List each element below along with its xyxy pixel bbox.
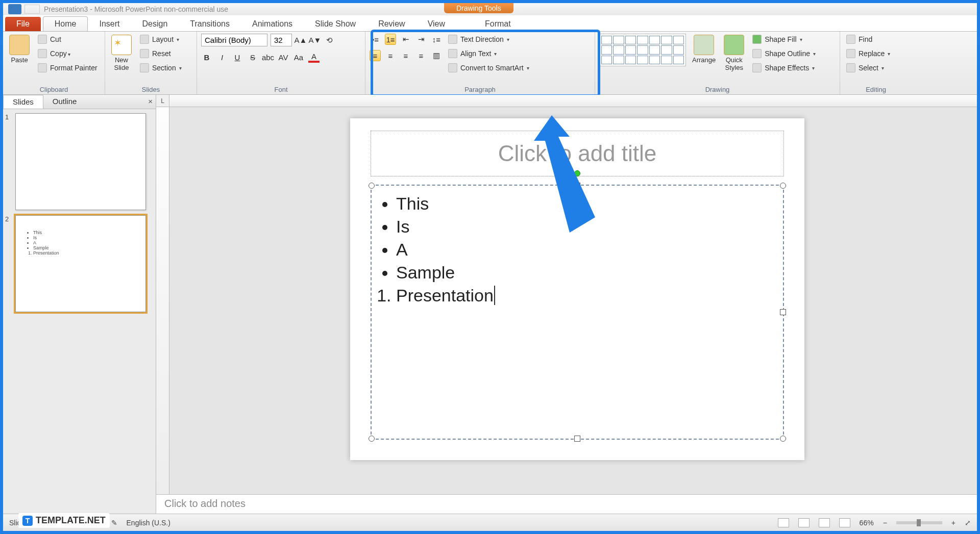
font-color-swatch (308, 61, 320, 63)
change-case-button[interactable]: Aa (293, 52, 304, 63)
slide-thumb-1[interactable]: 1 (5, 113, 154, 210)
align-text-button[interactable]: Align Text (446, 48, 531, 59)
animations-tab[interactable]: Animations (241, 17, 304, 31)
slide-thumb-2[interactable]: 2 This Is A Sample Presentation (5, 215, 154, 312)
columns-button[interactable]: ▥ (431, 50, 442, 61)
bold-button[interactable]: B (201, 52, 212, 63)
convert-smartart-button[interactable]: Convert to SmartArt (446, 62, 531, 73)
shadow-button[interactable]: abc (262, 52, 274, 63)
close-pane-icon[interactable]: × (148, 97, 153, 106)
zoom-out-button[interactable]: − (883, 519, 887, 527)
font-size-combo[interactable] (271, 34, 292, 46)
resize-handle-t[interactable] (574, 183, 580, 189)
align-left-button[interactable]: ≡ (370, 50, 381, 61)
thumbnail-list: 1 2 This Is A Sample Presentation (3, 109, 156, 321)
clear-format-icon[interactable]: ⟲ (324, 35, 335, 46)
insert-tab[interactable]: Insert (88, 17, 131, 31)
underline-button[interactable]: U (232, 52, 243, 63)
title-placeholder[interactable]: Click to add title (371, 131, 784, 176)
review-tab[interactable]: Review (367, 17, 416, 31)
notes-pane[interactable]: Click to add notes (156, 494, 977, 514)
resize-handle-b[interactable] (574, 436, 580, 442)
select-button[interactable]: Select (844, 62, 908, 73)
shapes-gallery[interactable] (599, 34, 686, 66)
paste-button[interactable]: Paste (7, 34, 32, 65)
drawing-group-label: Drawing (599, 85, 836, 93)
slideshow-tab[interactable]: Slide Show (304, 17, 367, 31)
bullet-item[interactable]: Sample (396, 263, 771, 283)
copy-button[interactable]: Copy (36, 48, 100, 59)
paragraph-group: •≡ 1≡ ⇤ ⇥ ↕≡ ≡ ≡ ≡ ≡ ▥ Text Dir (365, 32, 595, 94)
format-painter-button[interactable]: Format Painter (36, 62, 100, 73)
layout-button[interactable]: Layout (138, 34, 184, 45)
find-icon (846, 35, 855, 44)
resize-handle-tr[interactable] (780, 183, 786, 189)
window-title: Presentation3 - Microsoft PowerPoint non… (44, 5, 228, 13)
font-color-button[interactable]: A (308, 52, 320, 63)
format-tab[interactable]: Format (474, 17, 522, 31)
slides-pane-tabs: Slides Outline × (3, 95, 156, 109)
slide[interactable]: Click to add title This Is A Sample (350, 118, 804, 460)
grow-font-icon[interactable]: A▲ (295, 35, 306, 46)
status-language[interactable]: English (U.S.) (127, 519, 170, 527)
resize-handle-br[interactable] (780, 436, 786, 442)
fit-slide-button[interactable]: ⤢ (965, 519, 971, 527)
italic-button[interactable]: I (216, 52, 228, 63)
font-name-combo[interactable] (201, 34, 267, 46)
status-spellcheck-icon[interactable]: ✎ (111, 519, 117, 527)
design-tab[interactable]: Design (131, 17, 179, 31)
shrink-font-icon[interactable]: A▼ (309, 35, 321, 46)
transitions-tab[interactable]: Transitions (179, 17, 241, 31)
strike-button[interactable]: S (247, 52, 258, 63)
bullet-item[interactable]: Is (396, 217, 771, 237)
section-button[interactable]: Section (138, 62, 184, 73)
arrange-button[interactable]: Arrange (690, 34, 718, 65)
zoom-level[interactable]: 66% (860, 519, 874, 527)
bullets-button[interactable]: •≡ (370, 34, 381, 45)
shape-effects-button[interactable]: Shape Effects (750, 62, 818, 73)
align-center-button[interactable]: ≡ (385, 50, 396, 61)
slide-canvas-area: L Click to add title This Is (156, 95, 977, 531)
bullet-item[interactable]: This (396, 194, 771, 214)
smartart-icon (448, 63, 457, 72)
shape-outline-icon (752, 49, 762, 58)
text-direction-icon (448, 35, 457, 44)
find-button[interactable]: Find (844, 34, 908, 45)
home-tab[interactable]: Home (43, 16, 88, 31)
replace-button[interactable]: Replace (844, 48, 908, 59)
text-direction-button[interactable]: Text Direction (446, 34, 531, 45)
quick-styles-button[interactable]: Quick Styles (722, 34, 746, 72)
zoom-in-button[interactable]: + (951, 519, 955, 527)
bullet-item[interactable]: A (396, 240, 771, 260)
shape-fill-button[interactable]: Shape Fill (750, 34, 818, 45)
new-slide-button[interactable]: ✶ New Slide (109, 34, 134, 72)
resize-handle-r[interactable] (780, 309, 786, 315)
normal-view-button[interactable] (778, 518, 789, 527)
zoom-slider[interactable] (896, 521, 942, 524)
view-tab[interactable]: View (416, 17, 456, 31)
reading-view-button[interactable] (819, 518, 830, 527)
resize-handle-bl[interactable] (369, 436, 375, 442)
align-right-button[interactable]: ≡ (400, 50, 411, 61)
resize-handle-tl[interactable] (369, 183, 375, 189)
file-tab[interactable]: File (5, 17, 41, 31)
outline-tab[interactable]: Outline (43, 95, 86, 109)
rotation-handle[interactable] (574, 170, 580, 176)
inc-indent-button[interactable]: ⇥ (415, 34, 427, 45)
slides-group-label: Slides (109, 85, 192, 93)
char-spacing-button[interactable]: AV (278, 52, 289, 63)
slides-tab[interactable]: Slides (3, 95, 43, 109)
slideshow-view-button[interactable] (839, 518, 850, 527)
shape-outline-button[interactable]: Shape Outline (750, 48, 818, 59)
reset-button[interactable]: Reset (138, 48, 184, 59)
template-net-icon: T (22, 516, 33, 526)
dec-indent-button[interactable]: ⇤ (400, 34, 411, 45)
numbering-button[interactable]: 1≡ (385, 34, 396, 45)
line-spacing-button[interactable]: ↕≡ (431, 34, 442, 45)
sorter-view-button[interactable] (798, 518, 810, 527)
cut-button[interactable]: Cut (36, 34, 100, 45)
numbered-item[interactable]: Presentation (396, 286, 771, 306)
justify-button[interactable]: ≡ (415, 50, 427, 61)
copy-icon (38, 49, 47, 58)
content-placeholder[interactable]: This Is A Sample Presentation (371, 185, 784, 440)
